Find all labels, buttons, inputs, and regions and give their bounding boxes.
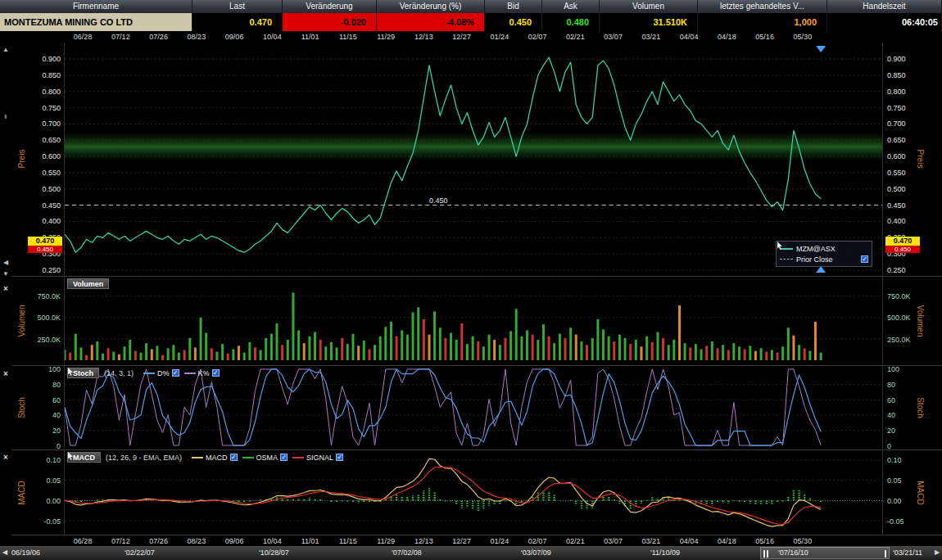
date-tick-label: 12/13 — [410, 537, 437, 545]
column-header[interactable]: Volumen — [600, 0, 698, 13]
y-tick-label: 0.600 — [42, 152, 61, 160]
history-scrollbar[interactable]: ◀ ▶ 06/19/06'02/22/07'10/28/07'07/02/08'… — [0, 546, 942, 560]
svg-text:0.450: 0.450 — [429, 196, 447, 205]
y-tick-label: 0.250 — [887, 266, 906, 274]
y-tick-label: -0.05 — [887, 517, 904, 526]
y-tick-label: 40 — [887, 411, 895, 419]
scroll-right-icon[interactable]: ▶ — [935, 549, 940, 556]
y-tick-label: 0.650 — [42, 136, 61, 144]
ask-value: 0.480 — [542, 13, 600, 31]
date-tick-label: 03/07 — [600, 537, 627, 545]
close-volume-button[interactable]: × — [0, 284, 11, 293]
column-header[interactable]: letztes gehandeltes V... — [698, 0, 827, 13]
scrollbar-date-label: '11/10/09 — [650, 549, 680, 557]
column-header[interactable]: Ask — [542, 0, 600, 13]
scrollbar-date-label: '03/21/11 — [893, 549, 922, 557]
thumb-grip-icon — [763, 550, 765, 558]
scrollbar-date-label: '03/07/09 — [521, 549, 551, 557]
y-tick-label: 80 — [887, 381, 895, 389]
y-tick-label: 20 — [887, 427, 895, 435]
quote-row[interactable]: MONTEZUMA MINING CO LTD 0.470 -0.020 -4.… — [0, 13, 942, 31]
column-header[interactable]: Veränderung — [283, 0, 377, 13]
y-tick-label: 80 — [52, 381, 61, 389]
date-tick-label: 08/23 — [183, 537, 211, 545]
column-header[interactable]: Veränderung (%) — [377, 0, 485, 13]
bid-value: 0.450 — [485, 13, 542, 31]
y-tick-label: 250.0K — [37, 336, 61, 344]
volume-panel-chip[interactable]: Volumen — [67, 278, 109, 289]
thumb-grip-icon — [767, 550, 768, 558]
column-header[interactable]: Firmenname — [0, 0, 192, 13]
date-tick-label: 04/04 — [675, 537, 703, 545]
date-tick-label: 12/27 — [448, 537, 476, 545]
y-tick-label: 0.800 — [887, 88, 906, 96]
y-tick-label: 0.550 — [887, 169, 906, 177]
change-value: -0.020 — [283, 13, 377, 31]
y-tick-label: 0.900 — [887, 55, 906, 63]
collapse-left-icon[interactable]: ◀ — [0, 259, 11, 266]
last-traded-volume-value: 1,000 — [698, 13, 827, 31]
date-tick-label: 10/04 — [258, 537, 286, 545]
date-tick-label: 03/07 — [600, 33, 627, 41]
annotation-marker-bottom — [816, 266, 826, 273]
scrollbar-date-label: '07/16/10 — [778, 549, 808, 557]
y-tick-label: 0.250 — [42, 266, 61, 274]
company-name[interactable]: MONTEZUMA MINING CO LTD — [0, 13, 192, 31]
y-tick-label: 0.500 — [42, 185, 61, 193]
y-tick-label: 0.700 — [42, 120, 61, 128]
y-tick-label: 0.750 — [887, 104, 906, 112]
date-tick-label: 07/12 — [106, 537, 134, 545]
price-legend: MZM@ASX Prior Close ✓ — [776, 241, 872, 267]
scroll-down-icon[interactable]: ▼ — [0, 270, 11, 278]
y-tick-label: 0.00 — [887, 497, 902, 505]
y-tick-label: 0.05 — [46, 476, 61, 485]
date-tick-label: 12/27 — [448, 33, 476, 41]
date-tick-label: 03/21 — [637, 537, 665, 545]
date-tick-label: 04/18 — [713, 33, 740, 41]
date-tick-label: 11/29 — [372, 537, 400, 545]
quote-table-header: FirmennameLastVeränderungVeränderung (%)… — [0, 0, 942, 13]
volume-y-axis-left: 750.0K500.0K250.0K — [11, 277, 64, 364]
y-tick-label: 0.500 — [887, 185, 906, 193]
y-tick-label: 250.0K — [887, 336, 911, 344]
scroll-up-icon[interactable]: ▲ — [0, 46, 11, 53]
last-price-axis-marker-right: 0.470 — [885, 237, 920, 246]
y-tick-label: 20 — [52, 427, 61, 435]
column-header[interactable]: Handelszeit — [827, 0, 942, 13]
stoch-chart[interactable]: Stoch (14, 3, 1) D% ✓ K% ✓ — [64, 366, 883, 449]
y-tick-label: 0.10 — [887, 456, 902, 464]
date-tick-label: 02/07 — [523, 33, 551, 41]
drag-handle-icon[interactable]: ‖ — [0, 113, 11, 120]
left-tool-strip: ▲ ‖ ◀ ▼ × × × — [0, 31, 11, 546]
date-tick-label: 05/30 — [789, 33, 817, 41]
date-tick-label: 03/21 — [637, 33, 665, 41]
volume-chart[interactable]: Volumen — [64, 277, 883, 364]
trade-time-value: 06:40:05 — [827, 13, 942, 31]
volume-value: 31.510K — [600, 13, 698, 31]
y-tick-label: 100 — [887, 365, 899, 373]
date-tick-label: 07/12 — [106, 33, 134, 41]
y-tick-label: 0.900 — [42, 55, 61, 63]
close-macd-button[interactable]: × — [0, 453, 11, 462]
y-tick-label: 500.0K — [37, 314, 61, 322]
legend-item-symbol[interactable]: MZM@ASX — [780, 243, 868, 254]
date-tick-label: 05/16 — [751, 33, 779, 41]
column-header[interactable]: Last — [192, 0, 283, 13]
y-tick-label: 0.800 — [42, 88, 61, 96]
y-tick-label: 40 — [52, 411, 61, 419]
close-stoch-button[interactable]: × — [0, 369, 11, 378]
y-tick-label: 0.400 — [42, 217, 61, 225]
price-chart[interactable]: 0.450 MZM@ASX Prior Close ✓ — [64, 43, 883, 275]
date-tick-label: 01/24 — [486, 537, 514, 545]
macd-chart[interactable]: MACD (12, 26, 9 - EMA, EMA) MACD ✓ OSMA … — [64, 450, 883, 535]
y-tick-label: 60 — [52, 396, 61, 404]
column-header[interactable]: Bid — [485, 0, 542, 13]
date-tick-label: 02/21 — [561, 537, 589, 545]
stoch-panel: 100806040200 100806040200 Stoch (14, 3, … — [0, 365, 942, 449]
date-tick-label: 02/07 — [523, 537, 551, 545]
macd-y-axis-right: 0.100.050.00-0.05 — [884, 450, 935, 535]
bid-price-axis-marker-left: 0.450 — [28, 246, 62, 253]
y-tick-label: 750.0K — [37, 292, 61, 300]
scroll-left-icon[interactable]: ◀ — [2, 549, 7, 556]
y-tick-label: 0.10 — [46, 456, 61, 464]
